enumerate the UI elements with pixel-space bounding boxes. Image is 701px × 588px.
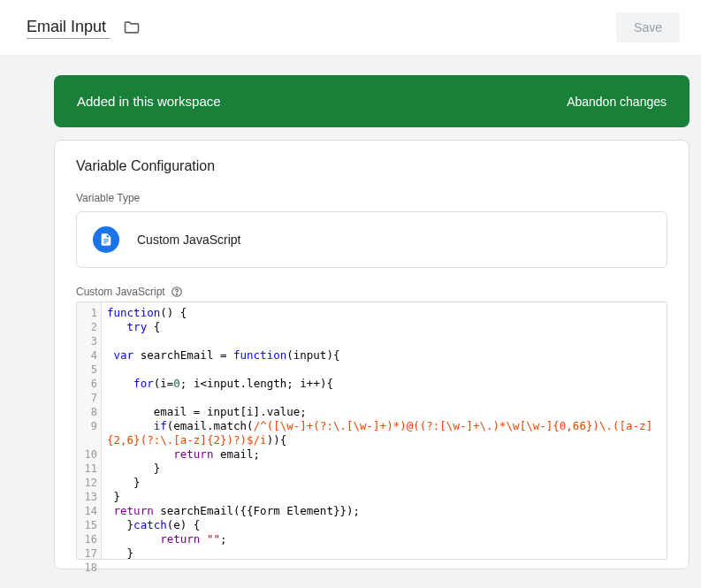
card-title: Variable Configuration bbox=[76, 158, 667, 174]
save-button[interactable]: Save bbox=[616, 12, 680, 42]
abandon-changes-button[interactable]: Abandon changes bbox=[567, 95, 667, 109]
code-gutter: 1 2 3 4 5 6 7 8 9 10 11 12 13 14 15 16 1 bbox=[77, 302, 102, 559]
variable-type-label: Variable Type bbox=[76, 192, 667, 204]
variable-name-input[interactable] bbox=[27, 16, 110, 39]
code-editor[interactable]: 1 2 3 4 5 6 7 8 9 10 11 12 13 14 15 16 1 bbox=[76, 302, 667, 560]
svg-point-1 bbox=[176, 294, 177, 294]
help-icon[interactable] bbox=[171, 286, 183, 298]
variable-configuration-card: Variable Configuration Variable Type Cus… bbox=[54, 140, 690, 569]
body-area: Added in this workspace Abandon changes … bbox=[0, 56, 701, 588]
folder-icon[interactable] bbox=[123, 19, 141, 36]
variable-type-name: Custom JavaScript bbox=[137, 233, 240, 247]
status-text: Added in this workspace bbox=[77, 94, 221, 109]
code-content[interactable]: function() { try { var searchEmail = fun… bbox=[102, 302, 667, 559]
code-field-label: Custom JavaScript bbox=[76, 286, 165, 298]
javascript-icon bbox=[93, 226, 119, 253]
workspace-status-banner: Added in this workspace Abandon changes bbox=[54, 75, 690, 127]
page-header: Save bbox=[0, 0, 701, 56]
variable-type-selector[interactable]: Custom JavaScript bbox=[76, 211, 667, 268]
